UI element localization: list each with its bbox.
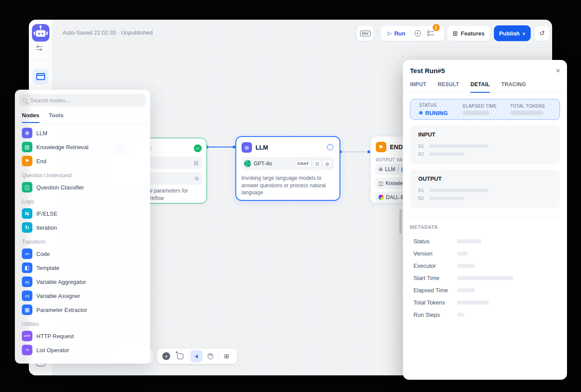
llm-icon: ⊛	[22, 128, 32, 138]
history-icon: ↺	[539, 29, 545, 37]
openai-logo-icon	[244, 160, 251, 167]
close-icon[interactable]: ×	[556, 67, 560, 74]
running-spinner-icon	[327, 144, 333, 150]
node-item-knowledge-retrieval[interactable]: ▤ Knowledge Retrieval	[18, 140, 147, 154]
test-run-panel: Test Run#5 × INPUT RESULT DETAIL TRACING…	[403, 60, 567, 380]
checklist-badge: 2	[433, 24, 440, 31]
node-item-parameter-extractor[interactable]: ▦ Parameter Extractor	[18, 303, 147, 317]
variable-assigner-icon: {=}	[22, 290, 32, 301]
preferences-sliders-icon[interactable]: o— —o	[36, 45, 42, 51]
node-item-list-operator[interactable]: ≡▾ List Operator	[18, 343, 147, 357]
version-history-button[interactable]: ↺	[534, 25, 550, 41]
llm-node-icon: ⊛	[242, 142, 252, 153]
output-card: OUTPUT 01 02	[410, 170, 560, 208]
parameter-extractor-icon: ▦	[22, 304, 32, 315]
copy-icon: ⧉	[195, 175, 199, 182]
features-icon: ⊞	[453, 30, 458, 37]
play-icon: ▷	[388, 30, 392, 36]
tab-tracing[interactable]: TRACING	[501, 79, 526, 93]
code-icon: </>	[22, 248, 32, 259]
search-nodes-box[interactable]	[19, 94, 146, 106]
section-logic: Logic	[18, 194, 147, 206]
run-button[interactable]: ▷ Run	[382, 30, 411, 37]
document-icon: ▤	[194, 160, 199, 166]
meta-row-version: Version	[410, 247, 560, 259]
sidebar-divider	[33, 60, 49, 60]
template-icon: ◧	[22, 262, 32, 273]
list-operator-icon: ≡▾	[22, 345, 32, 355]
node-item-variable-assigner[interactable]: {=} Variable Assigner	[18, 289, 147, 303]
section-transform: Transform	[18, 234, 147, 247]
node-item-code[interactable]: </> Code	[18, 247, 147, 261]
tab-result[interactable]: RESULT	[438, 79, 459, 93]
add-node-button[interactable]: +	[160, 350, 172, 362]
tab-input[interactable]: INPUT	[410, 79, 427, 93]
model-name: GPT-4o	[254, 161, 272, 167]
section-utilities: Utilities	[18, 317, 147, 329]
run-group: ▷ Run ▸ 2	[380, 25, 445, 41]
add-note-button[interactable]	[174, 350, 186, 362]
meta-row-total-tokens: Total Tokens	[410, 296, 560, 308]
section-question-understand: Question Understand	[18, 168, 147, 180]
plug-icon: ⊡	[313, 160, 322, 168]
header-separator	[377, 30, 378, 36]
meta-row-elapsed-time: Elapsed Time	[410, 284, 560, 296]
knowledge-retrieval-icon: ▤	[22, 142, 32, 152]
node-item-template[interactable]: ◧ Template	[18, 261, 147, 275]
edge-start-to-llm	[207, 147, 235, 147]
pointer-mode-button[interactable]: ➤	[190, 350, 203, 362]
canvas-scrollbar[interactable]	[399, 209, 402, 234]
elapsed-time-label: ELAPSED TIME	[463, 104, 510, 108]
env-icon: ENV	[360, 31, 371, 36]
tab-detail[interactable]: DETAIL	[470, 79, 490, 93]
llm-node[interactable]: ⊛ LLM GPT-4o CHAT ⊡ ◎ Invoking large lan…	[235, 136, 340, 201]
node-item-if-else[interactable]: ⇆ IF/ELSE	[18, 206, 147, 220]
node-item-llm[interactable]: ⊛ LLM	[18, 126, 147, 140]
features-button[interactable]: ⊞ Features	[447, 25, 490, 41]
output-title: OUTPUT	[418, 175, 552, 182]
organize-layout-button[interactable]: ⊞	[220, 350, 233, 362]
search-input[interactable]	[30, 97, 142, 104]
checklist-icon[interactable]: 2	[424, 27, 438, 39]
knowledge-var-icon: ◫	[378, 180, 383, 186]
status-card: STATUS RUNING ELAPSED TIME TOTAL TOKENS	[410, 99, 560, 120]
input-card: INPUT 01 02	[410, 126, 560, 164]
node-item-question-classifier[interactable]: ◫ Question Classifier	[18, 180, 147, 194]
app-logo-robot-icon[interactable]	[32, 24, 49, 42]
tab-tools[interactable]: Tools	[49, 109, 64, 123]
workflow-window-icon[interactable]	[33, 69, 49, 84]
iteration-icon: ↻	[22, 222, 32, 233]
node-item-http-request[interactable]: HTTP HTTP Request	[18, 329, 147, 343]
status-value: RUNING	[419, 110, 463, 116]
end-node-icon: ⚑	[376, 142, 386, 152]
edge-llm-to-end	[340, 151, 370, 152]
run-panel-title: Test Run#5	[410, 67, 445, 74]
autosave-status: Auto-Saved 21:02:35 · Unpublished	[63, 29, 153, 36]
input-title: INPUT	[418, 131, 552, 138]
if-else-icon: ⇆	[22, 208, 32, 219]
tab-nodes[interactable]: Nodes	[22, 109, 39, 123]
variable-aggregator-icon: {x}	[22, 276, 32, 287]
publish-button[interactable]: Publish ∨	[494, 25, 531, 41]
node-item-variable-aggregator[interactable]: {x} Variable Aggregator	[18, 275, 147, 289]
total-tokens-label: TOTAL TOKENS	[510, 104, 545, 108]
running-dot-icon	[419, 111, 423, 115]
hand-mode-button[interactable]	[204, 350, 217, 362]
chevron-down-icon: ∨	[522, 32, 525, 36]
vision-eye-icon: ◎	[323, 160, 332, 168]
node-panel: Nodes Tools ⊛ LLM ▤ Knowledge Retrieval …	[15, 90, 150, 364]
end-icon: ⚑	[22, 156, 32, 166]
meta-row-executor: Executor	[410, 259, 560, 272]
metadata-title: METADATA	[410, 224, 560, 230]
llm-node-description: Invoking large language models to answer…	[242, 175, 335, 196]
search-icon	[23, 98, 27, 102]
chat-mode-badge: CHAT	[295, 160, 312, 167]
dalle-icon	[378, 195, 384, 200]
http-request-icon: HTTP	[22, 331, 32, 341]
node-item-iteration[interactable]: ↻ Iteration	[18, 220, 147, 234]
run-history-gauge-icon[interactable]: ▸	[411, 27, 424, 39]
node-item-end[interactable]: ⚑ End	[18, 154, 147, 168]
meta-row-status: Status	[410, 235, 560, 247]
model-selector[interactable]: GPT-4o CHAT ⊡ ◎	[242, 157, 334, 170]
env-button[interactable]: ENV	[357, 25, 374, 41]
